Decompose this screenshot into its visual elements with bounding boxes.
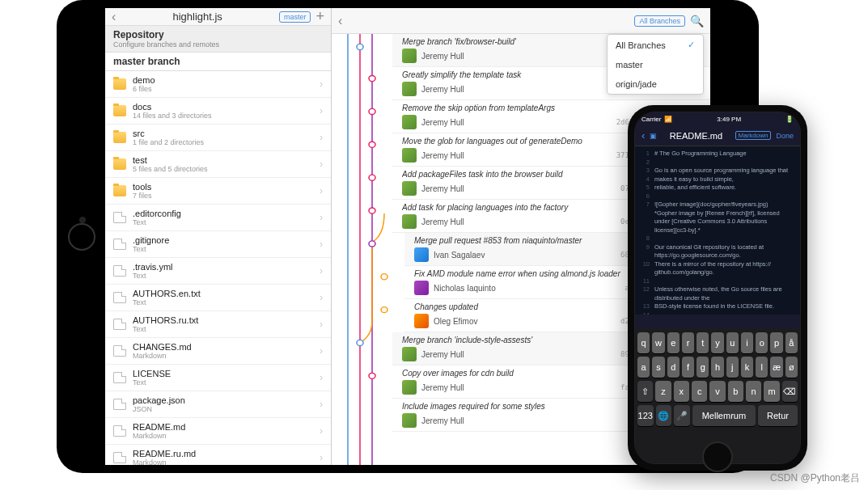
file-row[interactable]: tools7 files› (105, 178, 331, 205)
key-g[interactable]: g (697, 357, 709, 378)
chevron-right-icon: › (320, 425, 323, 437)
key-j[interactable]: j (726, 357, 739, 378)
key-globe[interactable]: 🌐 (656, 405, 672, 426)
svg-point-10 (369, 373, 375, 378)
iphone-home-button[interactable] (702, 441, 733, 472)
line-number: 4 (638, 175, 650, 184)
key-space[interactable]: Mellemrum (692, 405, 756, 426)
folder-icon (113, 158, 126, 170)
key-⌫[interactable]: ⌫ (782, 381, 798, 402)
key-r[interactable]: r (682, 332, 694, 353)
key-k[interactable]: k (741, 357, 753, 378)
key-return[interactable]: Retur (758, 405, 798, 426)
file-row[interactable]: .gitignoreText› (105, 231, 331, 258)
key-a[interactable]: a (637, 357, 650, 378)
file-row[interactable]: CHANGES.mdMarkdown› (105, 338, 331, 365)
key-p[interactable]: p (770, 332, 782, 353)
key-123[interactable]: 123 (637, 405, 654, 426)
key-c[interactable]: c (692, 381, 707, 402)
syntax-badge[interactable]: Markdown (735, 131, 772, 140)
commit-author: Ivan Sagalaev (434, 251, 616, 260)
key-s[interactable]: s (652, 357, 664, 378)
key-mic[interactable]: 🎤 (674, 405, 690, 426)
back-icon-right[interactable]: ‹ (338, 14, 342, 28)
code-editor[interactable]: 1# The Go Programming Language23Go is an… (635, 146, 800, 315)
line-number (638, 251, 650, 260)
file-icon (113, 212, 126, 223)
svg-point-1 (369, 76, 375, 82)
line-number: 1 (638, 150, 650, 158)
key-d[interactable]: d (667, 357, 680, 378)
file-icon (113, 239, 126, 250)
file-row[interactable]: package.jsonJSON› (105, 391, 331, 418)
file-row[interactable]: docs14 files and 3 directories› (105, 98, 331, 125)
commit-author: Jeremy Hull (421, 52, 625, 61)
line-text: BSD-style license found in the LICENSE f… (654, 302, 774, 311)
key-h[interactable]: h (711, 357, 723, 378)
svg-point-4 (369, 175, 375, 180)
back-icon[interactable]: ‹ (112, 10, 116, 24)
file-row[interactable]: test5 files and 5 directories› (105, 151, 331, 178)
key-m[interactable]: m (764, 381, 779, 402)
key-v[interactable]: v (709, 381, 725, 402)
key-l[interactable]: l (756, 357, 768, 378)
done-button[interactable]: Done (776, 132, 794, 140)
check-icon: ✓ (688, 40, 695, 50)
branch-dropdown: All Branches✓masterorigin/jade (607, 34, 704, 95)
file-row[interactable]: README.mdMarkdown› (105, 418, 331, 445)
code-line: *Gopher image by [Renee French][rf], lic… (638, 209, 797, 218)
file-row[interactable]: AUTHORS.ru.txtText› (105, 311, 331, 338)
line-text: ![Gopher image](doc/gopher/fiveyears.jpg… (654, 201, 768, 209)
repo-section-header[interactable]: Repository Configure branches and remote… (105, 26, 331, 53)
key-u[interactable]: u (726, 332, 739, 353)
key-f[interactable]: f (682, 357, 694, 378)
key-i[interactable]: i (741, 332, 753, 353)
file-row[interactable]: AUTHORS.en.txtText› (105, 285, 331, 311)
key-å[interactable]: å (785, 332, 798, 353)
commit-author: Oleg Efimov (434, 317, 616, 326)
file-meta: Markdown (133, 458, 313, 465)
commit-author: Jeremy Hull (421, 383, 616, 392)
nav-preview-icon[interactable]: ▣ (650, 132, 657, 140)
line-text: github.com/golang/go. (654, 268, 714, 277)
dropdown-item[interactable]: All Branches✓ (608, 35, 703, 55)
key-t[interactable]: t (697, 332, 709, 353)
key-n[interactable]: n (746, 381, 761, 402)
commit-author: Jeremy Hull (421, 118, 612, 127)
key-w[interactable]: w (652, 332, 664, 353)
key-q[interactable]: q (637, 332, 650, 353)
nav-back-icon[interactable]: ‹ (641, 129, 645, 142)
file-row[interactable]: .travis.ymlText› (105, 258, 331, 285)
file-row[interactable]: demo6 files› (105, 71, 331, 98)
branch-badge[interactable]: master (279, 11, 311, 23)
code-line: 5reliable, and efficient software. (638, 184, 797, 192)
file-row[interactable]: src1 file and 2 directories› (105, 125, 331, 151)
key-æ[interactable]: æ (770, 357, 782, 378)
line-number (638, 218, 650, 226)
svg-point-3 (369, 142, 375, 147)
key-y[interactable]: y (711, 332, 723, 353)
file-row[interactable]: README.ru.mdMarkdown› (105, 445, 331, 465)
line-text: under [Creative Commons 3.0 Attributions (654, 218, 767, 226)
filter-badge[interactable]: All Branches (634, 15, 685, 27)
search-icon[interactable]: 🔍 (690, 15, 704, 27)
dropdown-item[interactable]: master (608, 55, 703, 74)
key-o[interactable]: o (756, 332, 768, 353)
key-e[interactable]: e (667, 332, 680, 353)
key-b[interactable]: b (728, 381, 743, 402)
commit-author: Jeremy Hull (421, 151, 612, 160)
key-⇧[interactable]: ⇧ (637, 381, 653, 402)
file-row[interactable]: LICENSEText› (105, 365, 331, 391)
key-ø[interactable]: ø (785, 357, 798, 378)
dropdown-item[interactable]: origin/jade (608, 74, 703, 94)
key-x[interactable]: x (674, 381, 689, 402)
key-z[interactable]: z (655, 381, 671, 402)
file-name: README.ru.md (133, 449, 313, 458)
svg-point-5 (369, 208, 375, 213)
file-icon (113, 345, 126, 357)
add-icon[interactable]: + (315, 8, 324, 25)
file-row[interactable]: .editorconfigText› (105, 205, 331, 231)
ipad-home-left[interactable] (68, 223, 95, 251)
file-meta: Text (133, 272, 313, 280)
file-meta: Markdown (133, 352, 313, 360)
